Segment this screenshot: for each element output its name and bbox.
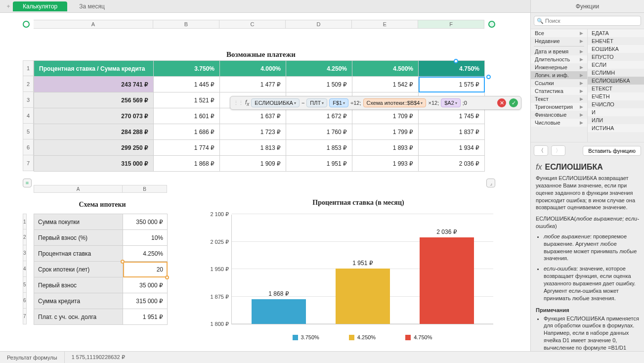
- function-item[interactable]: ЕОШИБКА: [588, 45, 644, 53]
- function-item[interactable]: ЕЧИСЛО: [588, 100, 644, 108]
- row-header-4[interactable]: 4: [23, 108, 34, 124]
- sheet-tab-2[interactable]: За месяц: [69, 1, 115, 11]
- table2-value[interactable]: 10%: [123, 230, 168, 246]
- formula-token-fn1[interactable]: ЕСЛИОШИБКА▾: [251, 98, 300, 107]
- table1-cell[interactable]: 1 853 ₽: [286, 140, 352, 156]
- row-header-6[interactable]: 6: [23, 139, 34, 155]
- sheet-tab-active[interactable]: Калькулятор: [13, 1, 67, 11]
- col-header-E[interactable]: E: [352, 20, 418, 29]
- add-column-handle[interactable]: [488, 21, 495, 28]
- row-header-7[interactable]: 7: [23, 155, 34, 171]
- category-item[interactable]: Финансовые▶: [531, 111, 587, 119]
- table2-label[interactable]: Плат. с уч. осн. долга: [34, 309, 123, 325]
- function-item[interactable]: ИЛИ: [588, 116, 644, 124]
- category-item[interactable]: Ссылки▶: [531, 79, 587, 87]
- category-item[interactable]: Тригонометрия▶: [531, 103, 587, 111]
- table1-row-head[interactable]: 284 288 ₽: [34, 124, 154, 140]
- table1-cell[interactable]: 1 893 ₽: [352, 140, 419, 156]
- function-item[interactable]: ЕДАТА: [588, 29, 644, 37]
- table2-value[interactable]: 1 951 ₽: [123, 309, 168, 325]
- col-header-B[interactable]: B: [153, 20, 219, 29]
- table1-cell[interactable]: 1 723 ₽: [220, 124, 286, 140]
- category-item[interactable]: Длительность▶: [531, 55, 587, 63]
- table2-value[interactable]: 4.250%: [123, 246, 168, 262]
- formula-ref-1[interactable]: F$1▾: [329, 98, 348, 107]
- function-item[interactable]: ЕСЛИОШИБКА: [588, 77, 644, 85]
- function-item[interactable]: И: [588, 108, 644, 116]
- table1-cell[interactable]: 1 509 ₽: [286, 77, 352, 92]
- formula-ref-2[interactable]: Схема ипотеки::$B$4▾: [363, 98, 427, 107]
- table1-cell[interactable]: 1 477 ₽: [220, 77, 286, 92]
- category-item[interactable]: Статистика▶: [531, 87, 587, 95]
- table1-cell[interactable]: 1 521 ₽: [154, 92, 220, 108]
- table1-cell[interactable]: 1 868 ₽: [154, 156, 220, 172]
- rate-col-4[interactable]: 4.750%: [419, 61, 485, 77]
- table2-value[interactable]: 20: [123, 262, 168, 277]
- rate-col-2[interactable]: 4.250%: [286, 61, 352, 77]
- rate-col-1[interactable]: 4.000%: [220, 61, 286, 77]
- table1-cell[interactable]: 1 760 ₽: [286, 124, 352, 140]
- table1-cell[interactable]: 1 575 ₽: [419, 77, 485, 92]
- row-header-1[interactable]: 1: [23, 60, 34, 76]
- function-item[interactable]: ЕСЛИ: [588, 61, 644, 69]
- function-item[interactable]: ЕНЕЧЁТ: [588, 37, 644, 45]
- col-header-A[interactable]: A: [34, 20, 153, 29]
- spreadsheet-canvas[interactable]: A B C D E F Возможные платежи 1 2 3 4 5 …: [0, 13, 530, 351]
- function-item[interactable]: ИСТИНА: [588, 124, 644, 132]
- formula-grip-icon[interactable]: ⋮⋮: [233, 100, 243, 106]
- category-item[interactable]: Все▶: [531, 29, 587, 37]
- table1-row-head[interactable]: 315 000 ₽: [34, 156, 154, 172]
- formula-cancel-button[interactable]: ✕: [497, 98, 506, 107]
- table1-cell[interactable]: 1 799 ₽: [352, 124, 419, 140]
- table2-value[interactable]: 315 000 ₽: [123, 293, 168, 309]
- table1-cell[interactable]: 2 036 ₽: [419, 156, 485, 172]
- table1-cell[interactable]: 1 672 ₽: [286, 108, 352, 124]
- table1-row-head[interactable]: 243 741 ₽: [34, 77, 154, 92]
- t2-col-A[interactable]: A: [34, 185, 123, 193]
- col-header-F[interactable]: F: [418, 20, 484, 29]
- add-sheet-button[interactable]: +: [4, 3, 13, 10]
- category-item[interactable]: Текст▶: [531, 95, 587, 103]
- category-item[interactable]: Дата и время▶: [531, 47, 587, 55]
- function-categories-list[interactable]: Все▶Недавние▶Дата и время▶Длительность▶И…: [531, 29, 588, 142]
- nav-forward-button[interactable]: 〉: [551, 145, 565, 156]
- row-footer-handle[interactable]: =: [23, 179, 32, 187]
- table1-header-label[interactable]: Процентная ставка / Сумма кредита: [34, 61, 154, 77]
- insert-function-button[interactable]: Вставить функцию: [583, 146, 641, 156]
- table1-cell[interactable]: 1 445 ₽: [154, 77, 220, 92]
- table1-cell[interactable]: 1 909 ₽: [220, 156, 286, 172]
- category-item[interactable]: Логич. и инф.▶: [531, 71, 587, 79]
- table1-cell[interactable]: 1 837 ₽: [419, 124, 485, 140]
- rate-col-3[interactable]: 4.500%: [352, 61, 419, 77]
- function-item[interactable]: ЕСЛИМН: [588, 69, 644, 77]
- functions-list[interactable]: ЕДАТАЕНЕЧЁТЕОШИБКАЕПУСТОЕСЛИЕСЛИМНЕСЛИОШ…: [588, 29, 644, 142]
- table1-cell[interactable]: 1 745 ₽: [419, 108, 485, 124]
- formula-ref-3[interactable]: $A2▾: [441, 98, 461, 107]
- function-search-input[interactable]: [534, 16, 641, 26]
- select-all-handle[interactable]: [23, 21, 30, 28]
- table2-label[interactable]: Сумма кредита: [34, 293, 123, 309]
- payments-table[interactable]: Процентная ставка / Сумма кредита 3.750%…: [34, 60, 485, 172]
- function-item[interactable]: ЕЧЁТН: [588, 92, 644, 100]
- table1-cell[interactable]: 1 637 ₽: [220, 108, 286, 124]
- table1-cell[interactable]: 1 601 ₽: [154, 108, 220, 124]
- table2-value[interactable]: 35 000 ₽: [123, 277, 168, 293]
- category-item[interactable]: Числовые▶: [531, 119, 587, 127]
- function-item[interactable]: ЕПУСТО: [588, 53, 644, 61]
- table2-label[interactable]: Процентная ставка: [34, 246, 123, 262]
- table1-cell[interactable]: 1 813 ₽: [220, 140, 286, 156]
- formula-editor[interactable]: ⋮⋮ fx ЕСЛИОШИБКА▾ − ПЛТ▾ F$1▾ ÷12; Схема…: [230, 96, 521, 110]
- t2-col-B[interactable]: B: [123, 185, 167, 193]
- mortgage-table[interactable]: Сумма покупки350 000 ₽Первый взнос (%)10…: [34, 214, 168, 325]
- table1-row-head[interactable]: 256 569 ₽: [34, 92, 154, 108]
- function-item[interactable]: ЕТЕКСТ: [588, 85, 644, 92]
- formula-token-fn2[interactable]: ПЛТ▾: [306, 98, 327, 107]
- rate-col-0[interactable]: 3.750%: [154, 61, 220, 77]
- table1-cell[interactable]: 1 774 ₽: [154, 140, 220, 156]
- table1-cell[interactable]: 1 542 ₽: [352, 77, 419, 92]
- category-item[interactable]: Недавние▶: [531, 37, 587, 45]
- table1-row-head[interactable]: 270 073 ₽: [34, 108, 154, 124]
- table-corner-handle[interactable]: ⌟: [486, 179, 495, 187]
- table2-label[interactable]: Первый взнос (%): [34, 230, 123, 246]
- table2-label[interactable]: Сумма покупки: [34, 214, 123, 230]
